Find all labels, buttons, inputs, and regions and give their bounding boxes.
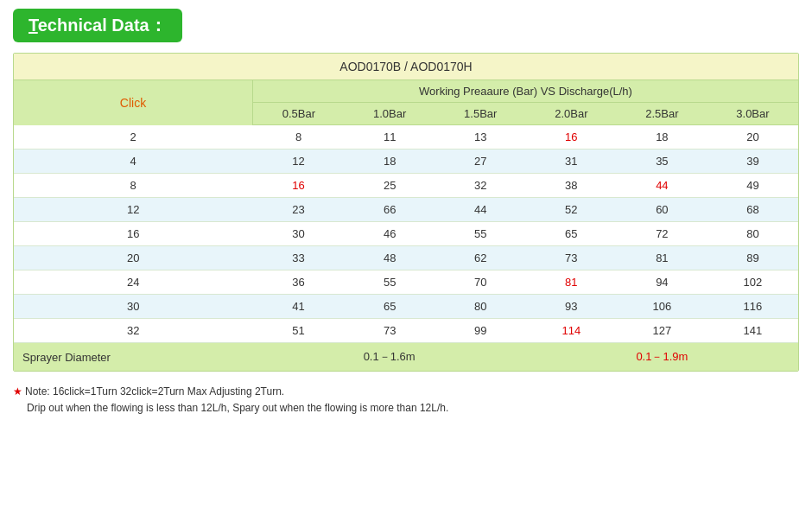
click-value: 8 [14,174,252,198]
data-cell: 38 [526,174,617,198]
table-row: 8162532384449 [14,174,798,198]
data-cell: 93 [526,295,617,319]
note-text-1: Note: 16click=1Turn 32click=2Turn Max Ad… [25,384,284,400]
data-cell: 81 [617,246,707,270]
data-cell: 27 [435,150,526,174]
data-cell: 18 [617,125,707,150]
working-pressure-header: Working Preaaure (Bar) VS Discharge(L/h) [252,80,798,103]
data-cell: 41 [252,295,344,319]
click-value: 2 [14,125,252,150]
col-header-3: 2.0Bar [526,103,617,125]
data-cell: 16 [252,174,344,198]
click-value: 4 [14,150,252,174]
title-t: T [29,16,38,35]
technical-data-table: AOD0170B / AOD0170H Click Working Preaau… [13,53,799,372]
table-row: 3041658093106116 [14,295,798,319]
click-value: 32 [14,319,252,343]
table-row: 32517399114127141 [14,319,798,343]
data-cell: 80 [707,222,798,246]
data-cell: 55 [435,222,526,246]
model-row: AOD0170B / AOD0170H [14,54,798,80]
data-cell: 25 [345,174,435,198]
sprayer-diameter-value2: 0.1－1.9m [526,343,798,372]
data-cell: 33 [252,246,344,270]
data-cell: 81 [526,270,617,295]
col-header-2: 1.5Bar [435,103,526,125]
data-cell: 30 [252,222,344,246]
table-row: 16304655657280 [14,222,798,246]
note-section: ★ Note: 16click=1Turn 32click=2Turn Max … [13,384,799,417]
header-row-1: Click Working Preaaure (Bar) VS Discharg… [14,80,798,103]
click-value: 30 [14,295,252,319]
data-cell: 89 [707,246,798,270]
data-cell: 66 [345,198,435,222]
col-header-4: 2.5Bar [617,103,707,125]
data-cell: 99 [435,319,526,343]
note-line-1: ★ Note: 16click=1Turn 32click=2Turn Max … [13,384,799,400]
data-cell: 70 [435,270,526,295]
data-cell: 8 [252,125,344,150]
col-header-1: 1.0Bar [345,103,435,125]
data-cell: 31 [526,150,617,174]
sprayer-diameter-label: Sprayer Diameter [14,343,252,372]
data-cell: 73 [345,319,435,343]
data-cell: 36 [252,270,344,295]
data-cell: 39 [707,150,798,174]
data-cell: 12 [252,150,344,174]
data-cell: 60 [617,198,707,222]
data-cell: 94 [617,270,707,295]
note-line-2: Drip out when the flowing is less than 1… [13,400,799,417]
click-value: 12 [14,198,252,222]
data-cell: 16 [526,125,617,150]
data-cell: 44 [617,174,707,198]
col-header-0: 0.5Bar [252,103,344,125]
table-row: 4121827313539 [14,150,798,174]
model-cell: AOD0170B / AOD0170H [14,54,798,80]
data-cell: 55 [345,270,435,295]
data-cell: 52 [526,198,617,222]
click-value: 16 [14,222,252,246]
data-cell: 68 [707,198,798,222]
table-row: 12236644526068 [14,198,798,222]
data-cell: 18 [345,150,435,174]
data-cell: 102 [707,270,798,295]
star-icon: ★ [13,384,22,400]
data-cell: 116 [707,295,798,319]
data-cell: 73 [526,246,617,270]
col-header-5: 3.0Bar [707,103,798,125]
data-cell: 20 [707,125,798,150]
data-cell: 13 [435,125,526,150]
click-value: 20 [14,246,252,270]
data-cell: 65 [526,222,617,246]
data-cell: 72 [617,222,707,246]
data-cell: 32 [435,174,526,198]
data-cell: 46 [345,222,435,246]
data-cell: 11 [345,125,435,150]
table-row: 243655708194102 [14,270,798,295]
data-cell: 23 [252,198,344,222]
data-cell: 51 [252,319,344,343]
data-cell: 48 [345,246,435,270]
data-cell: 114 [526,319,617,343]
data-cell: 127 [617,319,707,343]
title-rest: echnical Data： [38,16,167,35]
table-row: 281113161820 [14,125,798,150]
title-bar: Technical Data： [13,9,182,42]
data-cell: 62 [435,246,526,270]
data-cell: 49 [707,174,798,198]
sprayer-diameter-value1: 0.1－1.6m [252,343,525,372]
data-cell: 106 [617,295,707,319]
data-cell: 44 [435,198,526,222]
click-header: Click [14,80,252,125]
data-cell: 65 [345,295,435,319]
footer-row: Sprayer Diameter 0.1－1.6m 0.1－1.9m [14,343,798,372]
note-text-2: Drip out when the flowing is less than 1… [27,402,448,414]
data-cell: 141 [707,319,798,343]
click-value: 24 [14,270,252,295]
data-cell: 35 [617,150,707,174]
data-cell: 80 [435,295,526,319]
table-row: 20334862738189 [14,246,798,270]
